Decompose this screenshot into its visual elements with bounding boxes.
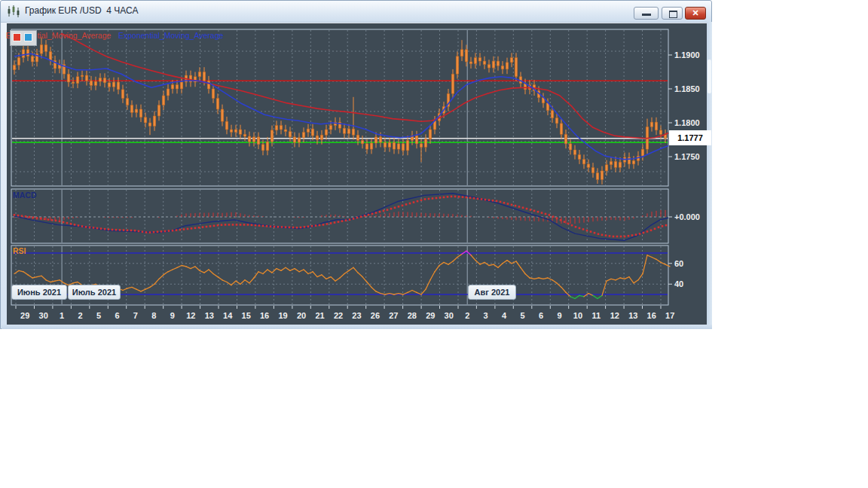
svg-text:20: 20 bbox=[297, 311, 306, 320]
month-label-july: Июль 2021 bbox=[68, 285, 121, 300]
legend-ema-blue: Exponential_Moving_Average bbox=[118, 31, 223, 41]
svg-text:1: 1 bbox=[60, 311, 64, 320]
svg-text:9: 9 bbox=[557, 311, 561, 320]
indicator-swatch-panel bbox=[10, 30, 37, 46]
svg-text:15: 15 bbox=[242, 311, 251, 320]
svg-text:6: 6 bbox=[539, 311, 543, 320]
svg-text:17: 17 bbox=[665, 311, 674, 320]
vertical-scrollbar[interactable] bbox=[707, 22, 712, 325]
svg-text:14: 14 bbox=[223, 311, 233, 320]
desktop-background: График EUR /USD 4 ЧАСА ✕ 1.19001.18501.1… bbox=[0, 0, 868, 488]
svg-text:8: 8 bbox=[151, 311, 156, 320]
close-icon: ✕ bbox=[692, 8, 698, 17]
svg-text:60: 60 bbox=[674, 259, 683, 268]
svg-text:13: 13 bbox=[205, 311, 214, 320]
window-titlebar[interactable]: График EUR /USD 4 ЧАСА ✕ bbox=[1, 1, 711, 23]
svg-text:1.1750: 1.1750 bbox=[674, 152, 700, 161]
svg-text:4: 4 bbox=[502, 311, 507, 320]
svg-text:7: 7 bbox=[133, 311, 138, 320]
minimize-button[interactable] bbox=[634, 7, 659, 20]
rsi-pane-label: RSI bbox=[13, 246, 26, 256]
svg-text:29: 29 bbox=[20, 311, 29, 320]
svg-text:23: 23 bbox=[352, 311, 361, 320]
svg-text:5: 5 bbox=[96, 311, 101, 320]
svg-text:11: 11 bbox=[592, 311, 601, 320]
svg-text:30: 30 bbox=[445, 311, 454, 320]
scrollbar-thumb[interactable] bbox=[708, 59, 711, 93]
svg-text:27: 27 bbox=[389, 311, 398, 320]
close-button[interactable]: ✕ bbox=[685, 7, 706, 20]
svg-text:22: 22 bbox=[334, 311, 343, 320]
svg-text:16: 16 bbox=[647, 311, 656, 320]
svg-text:21: 21 bbox=[315, 311, 324, 320]
chart-window: График EUR /USD 4 ЧАСА ✕ 1.19001.18501.1… bbox=[0, 0, 712, 329]
svg-text:19: 19 bbox=[278, 311, 287, 320]
svg-text:1.1900: 1.1900 bbox=[674, 50, 700, 59]
window-title: График EUR /USD 4 ЧАСА bbox=[25, 5, 139, 16]
svg-text:10: 10 bbox=[573, 311, 582, 320]
chart-client-area: 1.19001.18501.18001.1750+0.0006040293012… bbox=[7, 23, 707, 325]
svg-text:2: 2 bbox=[465, 311, 469, 320]
window-bottom-border bbox=[2, 325, 712, 329]
candlestick-chart-icon bbox=[6, 5, 21, 18]
svg-text:1.1800: 1.1800 bbox=[674, 118, 700, 127]
maximize-button[interactable] bbox=[662, 7, 683, 20]
svg-text:28: 28 bbox=[408, 311, 417, 320]
current-price-badge: 1.1777 bbox=[669, 130, 711, 145]
svg-text:30: 30 bbox=[39, 311, 48, 320]
minimize-icon bbox=[642, 14, 651, 16]
svg-text:+0.000: +0.000 bbox=[674, 212, 700, 221]
svg-text:29: 29 bbox=[426, 311, 435, 320]
ema-red-swatch-button[interactable] bbox=[13, 33, 21, 41]
svg-text:2: 2 bbox=[78, 311, 83, 320]
svg-text:1.1850: 1.1850 bbox=[674, 84, 700, 93]
macd-pane-label: MACD bbox=[13, 191, 37, 200]
svg-text:12: 12 bbox=[610, 311, 619, 320]
maximize-icon bbox=[669, 11, 677, 18]
svg-text:3: 3 bbox=[484, 311, 488, 320]
svg-text:6: 6 bbox=[115, 311, 119, 320]
ema-blue-swatch-button[interactable] bbox=[24, 33, 32, 41]
svg-text:12: 12 bbox=[186, 311, 195, 320]
svg-text:9: 9 bbox=[170, 311, 175, 320]
svg-text:40: 40 bbox=[674, 279, 683, 288]
chart-canvas[interactable]: 1.19001.18501.18001.1750+0.0006040293012… bbox=[7, 23, 707, 325]
month-label-august: Авг 2021 bbox=[468, 285, 516, 300]
month-label-june: Июнь 2021 bbox=[11, 285, 67, 300]
svg-text:5: 5 bbox=[520, 311, 524, 320]
svg-text:16: 16 bbox=[260, 311, 269, 320]
svg-text:26: 26 bbox=[371, 311, 380, 320]
svg-text:13: 13 bbox=[628, 311, 637, 320]
